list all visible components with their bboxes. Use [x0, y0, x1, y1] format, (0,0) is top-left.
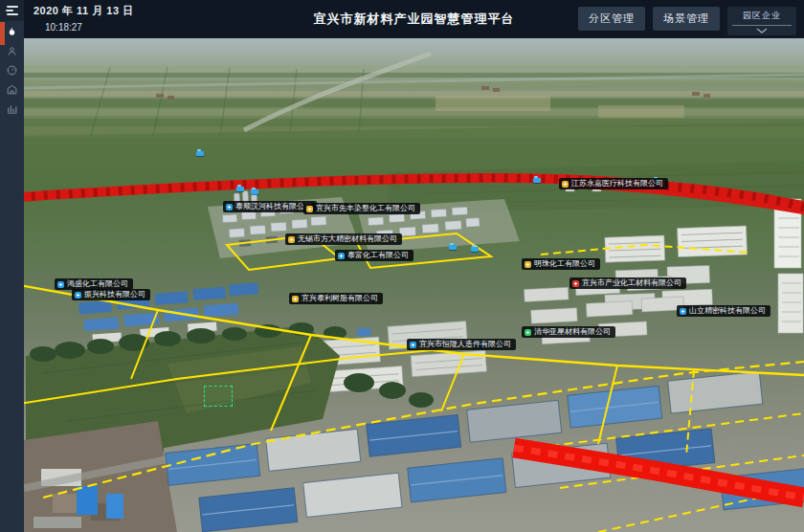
company-name: 清华亚星材料有限公司 — [534, 328, 611, 336]
header-actions: 分区管理场景管理 园区企业 — [578, 7, 796, 35]
company-icon — [57, 281, 64, 288]
company-icon — [306, 206, 313, 212]
company-icon — [572, 280, 579, 287]
company-name: 宜兴市产业化工材料有限公司 — [582, 279, 681, 287]
company-name: 宜兴市先丰染整化工有限公司 — [316, 205, 415, 212]
vehicle-marker[interactable] — [196, 151, 204, 156]
datetime-block: 2020 年 11 月 13 日 10:18:27 — [34, 4, 134, 33]
scene-management-button[interactable]: 场景管理 — [653, 7, 720, 31]
company-name: 无锡市方大精密材料有限公司 — [298, 235, 397, 243]
vehicle-marker[interactable] — [471, 247, 479, 252]
map-3d-view[interactable]: 泰顺汉河科技有限公司 宜兴市先丰染整化工有限公司 无锡市方大精密材料有限公司 泰… — [24, 38, 804, 532]
current-date: 2020 年 11 月 13 日 — [34, 4, 134, 18]
company-icon — [292, 296, 299, 302]
sidebar-item-gauge[interactable] — [0, 62, 24, 81]
company-label[interactable]: 振兴科技有限公司 — [72, 289, 150, 300]
company-name: 泰富化工有限公司 — [347, 252, 409, 259]
company-name: 宜兴泰利树脂有限公司 — [302, 295, 378, 302]
company-label[interactable]: 江苏永嘉医疗科技有限公司 — [559, 178, 668, 189]
header-bar: 2020 年 11 月 13 日 10:18:27 宜兴市新材料产业园智慧管理平… — [24, 0, 804, 38]
company-icon — [226, 204, 233, 211]
company-icon — [288, 236, 295, 243]
company-name: 山立精密科技有限公司 — [689, 307, 766, 315]
sidebar-item-fire[interactable] — [0, 24, 24, 43]
map-terrain — [24, 38, 804, 532]
company-name: 江苏永嘉医疗科技有限公司 — [571, 180, 663, 188]
company-icon — [525, 261, 531, 268]
company-label[interactable]: 清华亚星材料有限公司 — [522, 326, 615, 338]
sidebar-item-user[interactable] — [0, 43, 24, 62]
user-icon — [6, 44, 18, 61]
vehicle-marker[interactable] — [449, 245, 457, 250]
vehicle-marker[interactable] — [236, 187, 244, 191]
company-label[interactable]: 宜兴市恒隆人造件有限公司 — [407, 339, 516, 350]
chevron-down-icon — [756, 28, 768, 33]
company-name: 鸿盛化工有限公司 — [67, 280, 128, 288]
company-label[interactable]: 宜兴市产业化工材料有限公司 — [570, 277, 686, 289]
company-name: 振兴科技有限公司 — [84, 291, 145, 299]
zone-management-button[interactable]: 分区管理 — [578, 7, 645, 31]
app-window: 2020 年 11 月 13 日 10:18:27 宜兴市新材料产业园智慧管理平… — [0, 0, 804, 532]
company-icon — [338, 253, 345, 259]
vehicle-marker[interactable] — [251, 189, 258, 194]
current-time: 10:18:27 — [45, 22, 134, 33]
park-enterprise-dropdown[interactable]: 园区企业 — [727, 7, 796, 35]
factory-icon — [6, 82, 18, 100]
company-name: 泰顺汉河科技有限公司 — [235, 203, 312, 211]
divider — [732, 25, 792, 26]
company-icon — [562, 181, 569, 188]
company-label[interactable]: 宜兴市先丰染整化工有限公司 — [303, 203, 420, 214]
company-name: 宜兴市恒隆人造件有限公司 — [419, 341, 511, 348]
gauge-icon — [6, 63, 18, 80]
sidebar-items — [0, 24, 24, 120]
vehicle-marker[interactable] — [533, 178, 541, 183]
menu-icon[interactable] — [0, 0, 24, 21]
selection-box — [204, 386, 233, 407]
company-label[interactable]: 明珠化工有限公司 — [522, 258, 600, 270]
fire-icon — [6, 25, 18, 42]
bar-chart-icon — [6, 101, 18, 119]
company-icon — [680, 308, 686, 315]
company-icon — [75, 292, 81, 299]
company-label[interactable]: 无锡市方大精密材料有限公司 — [285, 233, 402, 245]
dropdown-label: 园区企业 — [731, 10, 793, 22]
sidebar-item-factory[interactable] — [0, 81, 24, 100]
company-icon — [525, 329, 531, 336]
company-label[interactable]: 山立精密科技有限公司 — [677, 305, 770, 317]
sidebar-item-bar-chart[interactable] — [0, 100, 24, 120]
company-label[interactable]: 宜兴泰利树脂有限公司 — [289, 293, 383, 304]
company-icon — [410, 342, 416, 348]
company-name: 明珠化工有限公司 — [534, 260, 595, 268]
company-label[interactable]: 泰富化工有限公司 — [335, 250, 413, 261]
sidebar — [0, 0, 24, 532]
